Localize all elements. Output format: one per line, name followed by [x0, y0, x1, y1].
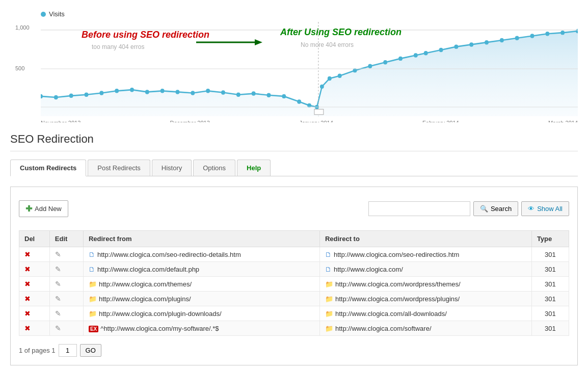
- svg-point-2: [69, 94, 73, 98]
- redirect-to: http://www.clogica.com/wordpress/themes/: [335, 280, 461, 288]
- tab-options[interactable]: Options: [193, 160, 235, 176]
- x-label-dec: December 2013: [170, 120, 210, 122]
- delete-icon[interactable]: ✖: [24, 250, 31, 258]
- edit-icon[interactable]: ✎: [55, 324, 61, 332]
- table-row: ✖✎📁http://www.clogica.com/themes/📁http:/…: [19, 277, 569, 292]
- svg-point-21: [328, 76, 332, 81]
- redirect-from: ^http://www.clogica.com/my-software/.*$: [100, 325, 219, 332]
- after-sublabel: No more 404 errors: [301, 41, 354, 48]
- folder-icon: 📁: [89, 295, 97, 303]
- tabs: Custom Redirects Post Redirects History …: [10, 160, 578, 176]
- redirect-to: http://www.clogica.com/seo-redirectios.h…: [334, 251, 459, 258]
- show-all-label: Show All: [537, 205, 563, 213]
- redirect-type: 301: [531, 247, 569, 262]
- add-new-button[interactable]: ✚ Add New: [19, 200, 68, 217]
- table-row: ✖✎EX^http://www.clogica.com/my-software/…: [19, 321, 569, 336]
- svg-point-29: [439, 48, 443, 52]
- svg-point-6: [130, 88, 134, 92]
- before-sublabel: too many 404 erros: [92, 43, 144, 50]
- svg-point-33: [500, 38, 504, 42]
- page-input[interactable]: [59, 344, 77, 357]
- redirect-type: 301: [531, 321, 569, 336]
- svg-point-20: [320, 85, 324, 89]
- col-del: Del: [19, 231, 50, 247]
- x-label-feb: February 2014: [422, 120, 459, 122]
- search-input[interactable]: [368, 201, 470, 216]
- svg-point-3: [85, 92, 89, 96]
- edit-icon[interactable]: ✎: [55, 265, 61, 273]
- redirect-to: http://www.clogica.com/: [334, 266, 403, 273]
- tab-post-redirects[interactable]: Post Redirects: [88, 160, 150, 176]
- ex-badge: EX: [89, 326, 98, 332]
- svg-point-25: [383, 60, 387, 64]
- table-row: ✖✎🗋http://www.clogica.com/default.php🗋ht…: [19, 262, 569, 277]
- col-edit: Edit: [49, 231, 83, 247]
- col-from: Redirect from: [83, 231, 319, 247]
- delete-icon[interactable]: ✖: [24, 280, 31, 288]
- svg-point-10: [191, 91, 195, 95]
- svg-point-11: [206, 89, 210, 93]
- before-label: Before using SEO redirection: [82, 30, 209, 40]
- go-button[interactable]: GO: [80, 344, 101, 357]
- redirect-from: http://www.clogica.com/plugin-downloads/: [99, 310, 222, 318]
- toolbar: ✚ Add New 🔍 Search 👁 Show All: [19, 195, 569, 222]
- svg-point-37: [560, 31, 565, 35]
- svg-point-14: [252, 91, 256, 95]
- svg-point-7: [145, 90, 149, 94]
- search-area: 🔍 Search 👁 Show All: [368, 201, 569, 216]
- plus-icon: ✚: [25, 204, 32, 214]
- page-title: SEO Redirection: [10, 133, 578, 151]
- tab-history[interactable]: History: [152, 160, 192, 176]
- folder-icon: 📁: [89, 310, 97, 318]
- edit-icon[interactable]: ✎: [55, 309, 61, 318]
- main-content: SEO Redirection Custom Redirects Post Re…: [0, 122, 588, 369]
- svg-point-30: [454, 44, 458, 48]
- svg-point-28: [424, 51, 428, 55]
- x-label-nov: November 2013: [41, 120, 81, 122]
- page-icon: 🗋: [325, 266, 332, 273]
- folder-icon: 📁: [325, 280, 333, 288]
- table-row: ✖✎📁http://www.clogica.com/plugin-downloa…: [19, 306, 569, 321]
- redirect-type: 301: [531, 292, 569, 306]
- redirect-type: 301: [531, 306, 569, 321]
- delete-icon[interactable]: ✖: [24, 265, 31, 273]
- folder-icon: 📁: [325, 295, 333, 303]
- tab-help[interactable]: Help: [237, 160, 271, 176]
- redirect-from: http://www.clogica.com/themes/: [99, 280, 192, 288]
- arrow: [194, 36, 265, 50]
- svg-point-27: [414, 53, 418, 57]
- x-label-mar: March 2014: [548, 120, 578, 122]
- edit-icon[interactable]: ✎: [55, 295, 61, 303]
- edit-icon[interactable]: ✎: [55, 280, 61, 288]
- svg-point-12: [221, 90, 225, 94]
- search-icon: 🔍: [480, 205, 488, 213]
- edit-icon[interactable]: ✎: [55, 250, 61, 258]
- eye-icon: 👁: [528, 205, 534, 213]
- add-new-label: Add New: [35, 205, 62, 213]
- redirect-from: http://www.clogica.com/default.php: [97, 266, 199, 273]
- svg-point-9: [175, 90, 179, 94]
- delete-icon[interactable]: ✖: [24, 324, 31, 332]
- col-type: Type: [531, 231, 569, 247]
- search-button[interactable]: 🔍 Search: [473, 201, 518, 216]
- table-row: ✖✎📁http://www.clogica.com/plugins/📁http:…: [19, 292, 569, 306]
- tab-custom-redirects[interactable]: Custom Redirects: [10, 160, 86, 176]
- delete-icon[interactable]: ✖: [24, 309, 31, 318]
- search-label: Search: [491, 205, 512, 213]
- svg-point-22: [338, 73, 342, 77]
- page-icon: 🗋: [89, 251, 95, 258]
- redirect-from: http://www.clogica.com/plugins/: [99, 295, 191, 303]
- svg-point-16: [282, 94, 286, 98]
- show-all-button[interactable]: 👁 Show All: [521, 201, 569, 216]
- redirect-type: 301: [531, 262, 569, 277]
- chart-container: Visits 1,000 500: [0, 0, 588, 122]
- after-label: After Using SEO redirection: [280, 27, 402, 38]
- redirect-to: http://www.clogica.com/software/: [335, 325, 432, 332]
- svg-point-36: [545, 32, 549, 36]
- svg-point-15: [266, 93, 271, 97]
- col-to: Redirect to: [319, 231, 531, 247]
- y-label-500: 500: [15, 65, 24, 71]
- redirect-to: http://www.clogica.com/all-downloads/: [335, 310, 447, 318]
- y-label-1000: 1,000: [15, 24, 30, 31]
- delete-icon[interactable]: ✖: [24, 295, 31, 303]
